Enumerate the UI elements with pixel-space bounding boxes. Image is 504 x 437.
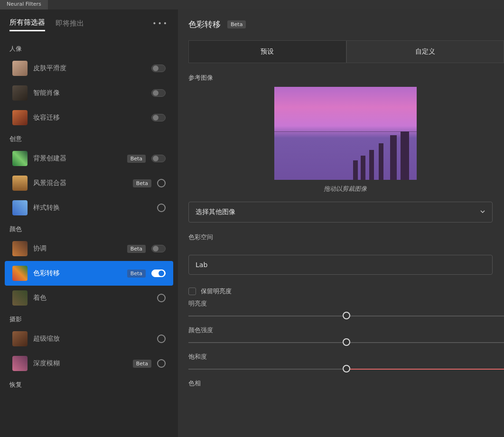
beta-badge: Beta [127, 155, 146, 163]
sidebar-tabs: 所有筛选器 即将推出 ••• [0, 15, 178, 40]
thumb-icon [12, 85, 28, 101]
slider-knob[interactable] [343, 365, 350, 372]
slider-track[interactable] [188, 316, 504, 316]
thumb-icon [12, 151, 28, 166]
reference-image-section: 参考图像 拖动以剪裁图像 选择其他图像 [188, 63, 504, 223]
thumb-icon [12, 356, 28, 371]
slider-label: 明亮度 [188, 299, 504, 313]
toggle[interactable] [151, 270, 166, 277]
filter-label: 风景混合器 [33, 179, 127, 187]
saturation-slider: 饱和度 [188, 352, 504, 378]
beta-badge: Beta [133, 179, 151, 187]
select-label: 选择其他图像 [196, 208, 235, 216]
intensity-slider: 颜色强度 [188, 325, 504, 352]
download-icon[interactable] [157, 204, 166, 212]
toggle[interactable] [151, 114, 166, 121]
beta-badge: Beta [133, 360, 151, 368]
tab-all-filters[interactable]: 所有筛选器 [9, 15, 45, 31]
thumb-icon [12, 266, 28, 281]
settings-panel: 色彩转移 Beta 预设 自定义 参考图像 [178, 9, 504, 437]
filter-smart-portrait[interactable]: 智能肖像 [5, 81, 173, 105]
toggle[interactable] [151, 89, 166, 97]
panel-body: 所有筛选器 即将推出 ••• 人像 皮肤平滑度 智能肖像 妆容迁移 创意 背景创… [0, 9, 504, 437]
filter-label: 妆容迁移 [33, 113, 146, 122]
filter-style-transfer[interactable]: 样式转换 [5, 195, 173, 220]
filter-harmonize[interactable]: 协调 Beta [5, 236, 173, 261]
filter-super-zoom[interactable]: 超级缩放 [5, 326, 173, 351]
reference-image-caption: 拖动以剪裁图像 [188, 180, 502, 193]
tab-coming-soon[interactable]: 即将推出 [56, 16, 84, 31]
filter-label: 背景创建器 [33, 154, 121, 163]
select-other-image[interactable]: 选择其他图像 [188, 202, 493, 223]
filter-color-transfer[interactable]: 色彩转移 Beta [5, 261, 173, 286]
toggle[interactable] [151, 245, 166, 252]
panel-header: 色彩转移 Beta [188, 19, 504, 40]
slider-label: 饱和度 [188, 353, 504, 366]
category-portrait: 人像 [0, 40, 178, 56]
toggle[interactable] [151, 65, 166, 72]
thumb-icon [12, 241, 28, 256]
preserve-luminance-label: 保留明亮度 [201, 287, 232, 296]
tab-preset[interactable]: 预设 [188, 40, 346, 63]
more-menu-icon[interactable]: ••• [152, 19, 168, 27]
reference-image-label: 参考图像 [188, 74, 502, 87]
mode-tabs: 预设 自定义 [188, 40, 504, 63]
filter-label: 色彩转移 [33, 269, 121, 278]
beta-badge: Beta [127, 245, 146, 253]
filter-landscape-mixer[interactable]: 风景混合器 Beta [5, 171, 173, 195]
thumb-icon [12, 290, 28, 306]
thumb-icon [12, 61, 28, 76]
reference-image[interactable] [274, 87, 417, 180]
preserve-luminance-row: 保留明亮度 [188, 275, 504, 298]
thumb-icon [12, 110, 28, 125]
filter-skin-smoothing[interactable]: 皮肤平滑度 [5, 56, 173, 81]
slider-track[interactable] [188, 342, 504, 343]
sidebar: 所有筛选器 即将推出 ••• 人像 皮肤平滑度 智能肖像 妆容迁移 创意 背景创… [0, 9, 178, 437]
beta-badge: Beta [127, 270, 146, 278]
toggle[interactable] [151, 155, 166, 162]
filter-label: 智能肖像 [33, 89, 146, 97]
category-photo: 摄影 [0, 310, 178, 326]
filter-makeup-transfer[interactable]: 妆容迁移 [5, 105, 173, 130]
colorspace-label: 色彩空间 [188, 233, 502, 246]
colorspace-section: 色彩空间 Lab [188, 223, 504, 275]
chevron-down-icon [480, 208, 485, 216]
filter-label: 着色 [33, 294, 151, 302]
download-icon[interactable] [157, 359, 166, 368]
slider-label: 色相 [188, 379, 504, 392]
thumb-icon [12, 331, 28, 346]
slider-track[interactable] [188, 369, 504, 370]
download-icon[interactable] [157, 335, 166, 343]
filter-background-creator[interactable]: 背景创建器 Beta [5, 146, 173, 171]
panel-title: 色彩转移 [188, 19, 221, 30]
filter-label: 皮肤平滑度 [33, 64, 146, 73]
filter-label: 协调 [33, 244, 121, 253]
colorspace-value: Lab [196, 261, 207, 269]
category-color: 颜色 [0, 220, 178, 236]
thumb-icon [12, 200, 28, 215]
thumb-icon [12, 176, 28, 191]
app-tab-bar: Neural Filters [0, 0, 504, 9]
download-icon[interactable] [157, 179, 166, 187]
colorspace-select[interactable]: Lab [188, 255, 493, 275]
luminance-slider: 明亮度 [188, 298, 504, 325]
beta-badge: Beta [227, 20, 246, 28]
filter-label: 超级缩放 [33, 335, 151, 343]
filter-label: 样式转换 [33, 204, 151, 212]
filter-depth-blur[interactable]: 深度模糊 Beta [5, 351, 173, 376]
slider-knob[interactable] [343, 312, 350, 319]
filter-colorize[interactable]: 着色 [5, 286, 173, 310]
slider-label: 颜色强度 [188, 326, 504, 339]
preserve-luminance-checkbox[interactable] [188, 288, 196, 295]
category-creative: 创意 [0, 130, 178, 146]
slider-knob[interactable] [343, 338, 350, 346]
category-restore: 恢复 [0, 376, 178, 392]
filter-label: 深度模糊 [33, 359, 127, 368]
tab-custom[interactable]: 自定义 [346, 40, 504, 63]
download-icon[interactable] [157, 294, 166, 302]
panel-tab[interactable]: Neural Filters [0, 0, 48, 9]
hue-slider: 色相 [188, 378, 504, 401]
